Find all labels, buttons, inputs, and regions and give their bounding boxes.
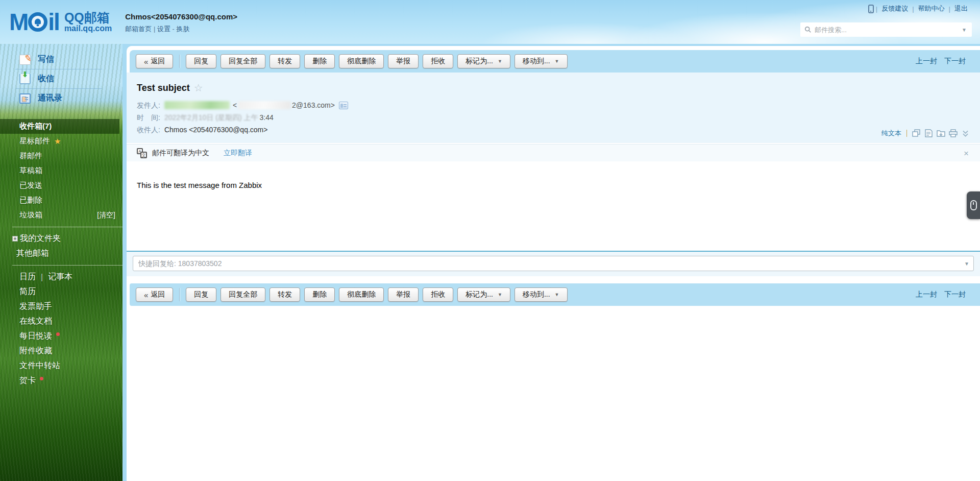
back-button[interactable]: «返回: [136, 287, 173, 302]
help-center-link[interactable]: 帮助中心: [918, 4, 945, 13]
star-toggle-icon[interactable]: ☆: [194, 82, 203, 94]
app-link[interactable]: 日历: [19, 272, 36, 282]
qqmail-logo[interactable]: M il QQ邮箱 mail.qq.com: [0, 8, 112, 36]
open-new-window-icon[interactable]: [912, 129, 921, 137]
sidebar-app[interactable]: 每日悦读: [0, 329, 122, 344]
toolbar-button[interactable]: 彻底删除: [339, 54, 384, 68]
mobile-icon[interactable]: [868, 5, 874, 13]
redacted-sender-name: [164, 101, 230, 109]
translate-now-link[interactable]: 立即翻译: [224, 149, 252, 158]
folder-label: 星标邮件: [19, 136, 50, 146]
sidebar-app[interactable]: 简历: [0, 284, 122, 299]
toolbar-button[interactable]: 拒收: [423, 54, 453, 68]
back-button[interactable]: «返回: [136, 54, 173, 68]
back-arrow-icon: «: [144, 57, 148, 66]
sidebar-action-label: 通讯录: [38, 93, 62, 104]
top-separator: |: [876, 5, 877, 13]
more-tools-chevron-icon[interactable]: [961, 129, 970, 137]
folder-label: 草稿箱: [19, 166, 42, 176]
plain-text-link[interactable]: 纯文本: [881, 129, 901, 138]
close-translate-icon[interactable]: ×: [964, 149, 969, 157]
chevron-down-icon: ▼: [498, 292, 502, 297]
view-source-icon[interactable]: [924, 129, 933, 137]
mouse-gadget[interactable]: [967, 191, 980, 219]
sidebar-action-compose[interactable]: 写信: [0, 50, 122, 69]
quick-reply-input[interactable]: [133, 259, 973, 268]
prev-mail-link[interactable]: 上一封: [916, 290, 937, 298]
group-label: 其他邮箱: [16, 248, 49, 259]
toolbar-button[interactable]: 删除: [304, 287, 335, 302]
from-value: < 2@163.com>: [164, 99, 348, 111]
chevron-down-icon: ▼: [555, 59, 559, 64]
next-mail-link[interactable]: 下一封: [944, 57, 966, 65]
sidebar-folder[interactable]: 草稿箱: [0, 163, 122, 178]
expand-plus-icon[interactable]: +: [12, 236, 18, 242]
quick-reply-dropdown-arrow[interactable]: ▼: [964, 261, 969, 267]
mail-header: Test subject ☆ 发件人: < 2@163.com>: [127, 73, 980, 143]
sidebar-folder[interactable]: 已删除: [0, 193, 122, 208]
toolbar-dropdown-button[interactable]: 标记为...▼: [457, 54, 510, 68]
sidebar-action-contacts[interactable]: 通讯录: [0, 89, 122, 108]
folder-label: 已发送: [19, 181, 42, 190]
next-mail-link[interactable]: 下一封: [944, 290, 966, 298]
toolbar-dropdown-button[interactable]: 标记为...▼: [457, 287, 510, 302]
app-link[interactable]: 每日悦读: [19, 331, 52, 342]
toolbar-button[interactable]: 回复: [186, 54, 216, 68]
save-to-folder-icon[interactable]: [937, 129, 945, 137]
toolbar-dropdown-button[interactable]: 移动到...▼: [514, 287, 568, 302]
sidebar-folder[interactable]: 垃圾箱[清空]: [0, 208, 122, 223]
nav-skin-link[interactable]: 换肤: [176, 25, 189, 33]
sidebar-app[interactable]: 文件中转站: [0, 358, 122, 373]
nav-separator: -: [173, 25, 175, 33]
back-label: 返回: [151, 57, 165, 66]
toolbar-button[interactable]: 彻底删除: [339, 287, 384, 302]
dropdown-label: 移动到...: [523, 57, 550, 66]
search-input[interactable]: [815, 26, 961, 34]
app-link[interactable]: 贺卡: [19, 375, 36, 386]
toolbar-button[interactable]: 举报: [388, 287, 419, 302]
tools-separator: [906, 130, 907, 137]
sidebar-folder[interactable]: 收件箱(7): [0, 119, 119, 134]
app-link[interactable]: 在线文档: [19, 316, 52, 327]
toolbar-button[interactable]: 拒收: [423, 287, 453, 302]
sidebar-app[interactable]: 贺卡: [0, 373, 122, 388]
empty-trash-link[interactable]: [清空]: [97, 211, 115, 220]
search-dropdown-arrow[interactable]: ▼: [961, 26, 968, 34]
mail-search-box[interactable]: ▼: [800, 22, 972, 37]
app-link[interactable]: 简历: [19, 286, 36, 297]
toolbar-button[interactable]: 回复全部: [220, 54, 265, 68]
sidebar-folder[interactable]: 群邮件: [0, 149, 122, 163]
prev-mail-link[interactable]: 上一封: [916, 57, 937, 65]
nav-home-link[interactable]: 邮箱首页: [125, 25, 152, 33]
sidebar-group[interactable]: +我的文件夹: [0, 231, 122, 246]
feedback-link[interactable]: 反馈建议: [881, 4, 908, 13]
sidebar-group[interactable]: 其他邮箱: [0, 246, 122, 261]
logout-link[interactable]: 退出: [954, 4, 968, 13]
app-link[interactable]: 发票助手: [19, 301, 52, 312]
sidebar-action-receive[interactable]: 收信: [0, 69, 122, 88]
time-value: 2022年2月10日 (星期四) 上午 3:44: [164, 111, 274, 124]
nav-settings-link[interactable]: 设置: [157, 25, 170, 33]
top-separator: |: [949, 5, 950, 13]
dropdown-label: 标记为...: [465, 290, 493, 299]
toolbar-button[interactable]: 回复: [186, 287, 216, 302]
print-icon[interactable]: [949, 129, 958, 137]
sidebar-app[interactable]: 发票助手: [0, 299, 122, 314]
contact-card-icon[interactable]: [339, 102, 348, 109]
app-link[interactable]: 记事本: [48, 272, 72, 282]
toolbar-dropdown-button[interactable]: 移动到...▼: [514, 54, 568, 68]
from-label: 发件人:: [137, 99, 160, 111]
sidebar-folder[interactable]: 星标邮件★: [0, 134, 122, 149]
sidebar-app[interactable]: 日历|记事本: [0, 270, 122, 284]
toolbar-button[interactable]: 删除: [304, 54, 335, 68]
sidebar-app[interactable]: 在线文档: [0, 314, 122, 329]
sidebar-folder[interactable]: 已发送: [0, 178, 122, 193]
logo-bell-icon: [28, 12, 47, 32]
toolbar-button[interactable]: 转发: [270, 287, 300, 302]
app-link[interactable]: 文件中转站: [19, 360, 60, 371]
toolbar-button[interactable]: 举报: [388, 54, 419, 68]
app-link[interactable]: 附件收藏: [19, 346, 52, 356]
toolbar-button[interactable]: 回复全部: [220, 287, 265, 302]
toolbar-button[interactable]: 转发: [270, 54, 300, 68]
sidebar-app[interactable]: 附件收藏: [0, 344, 122, 358]
